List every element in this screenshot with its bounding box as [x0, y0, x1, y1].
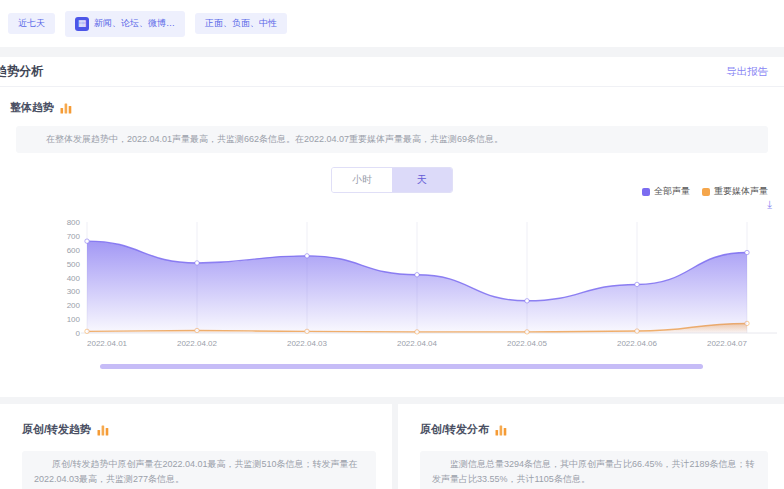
toggle-hour[interactable]: 小时	[332, 168, 392, 192]
legend-label: 全部声量	[654, 185, 690, 198]
original-repost-trend-summary: 原创/转发趋势中原创声量在2022.04.01最高，共监测510条信息；转发声量…	[22, 451, 376, 489]
bar-chart-icon	[495, 424, 507, 436]
svg-text:800: 800	[67, 218, 81, 227]
trend-area-chart: 01002003004005006007008002022.04.012022.…	[0, 207, 784, 352]
legend-swatch	[702, 188, 710, 196]
svg-text:700: 700	[67, 232, 81, 241]
original-repost-trend-head: 原创/转发趋势	[22, 422, 376, 437]
trend-panel: 趋势分析 导出报告 整体趋势 在整体发展趋势中，2022.04.01声量最高，共…	[0, 57, 784, 397]
sources-icon: ▦	[75, 17, 89, 31]
svg-text:400: 400	[67, 274, 81, 283]
bar-chart-icon	[60, 102, 72, 114]
svg-text:2022.04.07: 2022.04.07	[707, 339, 748, 348]
svg-text:200: 200	[67, 301, 81, 310]
overall-summary: 在整体发展趋势中，2022.04.01声量最高，共监测662条信息。在2022.…	[16, 126, 768, 153]
original-repost-distribution-card: 原创/转发分布 监测信息总量3294条信息，其中原创声量占比66.45%，共计2…	[398, 404, 784, 489]
svg-text:100: 100	[67, 315, 81, 324]
trend-analysis-page: 近七天 ▦ 新闻、论坛、微博… 正面、负面、中性 趋势分析 导出报告 整体趋势 …	[0, 0, 784, 489]
svg-text:300: 300	[67, 287, 81, 296]
svg-text:0: 0	[76, 329, 81, 338]
svg-text:2022.04.04: 2022.04.04	[397, 339, 438, 348]
bar-chart-icon	[97, 424, 109, 436]
legend-item[interactable]: 重要媒体声量	[702, 185, 768, 198]
svg-text:2022.04.06: 2022.04.06	[617, 339, 658, 348]
chart-legend: 全部声量重要媒体声量	[642, 185, 768, 198]
sentiment-chip[interactable]: 正面、负面、中性	[195, 13, 287, 34]
legend-item[interactable]: 全部声量	[642, 185, 690, 198]
section-title-overall: 整体趋势	[10, 100, 54, 115]
sentiment-chip-label: 正面、负面、中性	[205, 19, 277, 28]
svg-text:2022.04.03: 2022.04.03	[287, 339, 328, 348]
chart-scrollbar[interactable]	[100, 364, 703, 369]
date-range-chip[interactable]: 近七天	[8, 13, 55, 34]
date-range-chip-label: 近七天	[18, 19, 45, 28]
panel-header: 趋势分析 导出报告	[0, 57, 784, 87]
section-title-original-repost-distribution: 原创/转发分布	[420, 422, 489, 437]
granularity-toggle: 小时 天	[331, 167, 453, 193]
svg-text:500: 500	[67, 260, 81, 269]
toggle-day[interactable]: 天	[392, 168, 452, 192]
original-repost-trend-card: 原创/转发趋势 原创/转发趋势中原创声量在2022.04.01最高，共监测510…	[0, 404, 392, 489]
export-report-link[interactable]: 导出报告	[726, 65, 768, 79]
section-title-original-repost-trend: 原创/转发趋势	[22, 422, 91, 437]
svg-text:2022.04.05: 2022.04.05	[507, 339, 548, 348]
sources-chip[interactable]: ▦ 新闻、论坛、微博…	[65, 11, 185, 37]
sources-chip-label: 新闻、论坛、微博…	[94, 19, 175, 28]
legend-label: 重要媒体声量	[714, 185, 768, 198]
filter-bar: 近七天 ▦ 新闻、论坛、微博… 正面、负面、中性	[0, 0, 784, 47]
original-repost-distribution-head: 原创/转发分布	[420, 422, 768, 437]
original-repost-distribution-summary: 监测信息总量3294条信息，其中原创声量占比66.45%，共计2189条信息；转…	[420, 451, 768, 489]
legend-swatch	[642, 188, 650, 196]
overall-trend-section-head: 整体趋势	[10, 100, 784, 115]
svg-text:600: 600	[67, 246, 81, 255]
page-title: 趋势分析	[0, 63, 43, 80]
svg-text:2022.04.01: 2022.04.01	[87, 339, 128, 348]
svg-text:2022.04.02: 2022.04.02	[177, 339, 218, 348]
